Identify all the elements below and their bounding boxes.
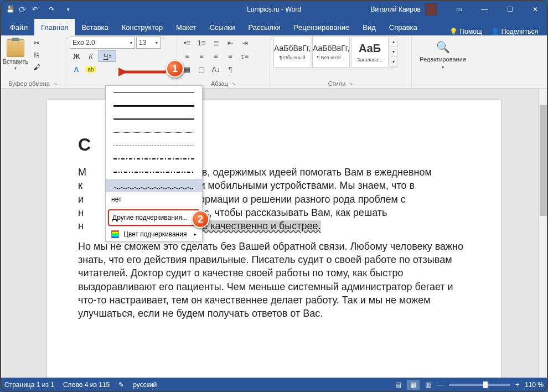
tab-references[interactable]: Ссылки (203, 19, 242, 35)
highlight-button[interactable]: ab (84, 63, 97, 75)
view-web-icon[interactable]: ▥ (425, 381, 431, 389)
justify-button[interactable]: ≡ (224, 50, 237, 62)
title-bar: 💾 ⟳ ↶ ↷ ▾ Lumpics.ru - Word Виталий Каир… (0, 0, 548, 19)
search-icon: 🔍 (436, 40, 450, 54)
style-normal[interactable]: АаБбВвГг,¶ Обычный (273, 37, 311, 68)
show-marks-button[interactable]: ¶ (224, 63, 237, 75)
multilevel-button[interactable]: ≣ (209, 37, 223, 49)
tab-review[interactable]: Рецензирование (287, 19, 356, 35)
qat-customize-icon[interactable]: ▾ (60, 2, 76, 17)
font-size-combo[interactable]: 13▾ (136, 37, 161, 49)
view-read-icon[interactable]: ▤ (395, 381, 401, 389)
styles-down-icon[interactable]: ▾ (390, 47, 397, 57)
underline-dash-dot[interactable] (106, 152, 202, 166)
underline-dropdown: нет Другие подчеркивания... Цвет подчерк… (105, 85, 203, 242)
window-title: Lumpics.ru - Word (247, 6, 301, 13)
underline-button[interactable]: Ч▾ (99, 50, 116, 62)
underline-single[interactable] (106, 86, 202, 99)
user-name: Виталий Каиров (370, 6, 421, 13)
status-bar: Страница 1 из 1 Слово 4 из 115 ✎ русский… (0, 378, 548, 392)
vertical-scrollbar[interactable] (538, 89, 548, 378)
menu-separator (106, 208, 202, 208)
lightbulb-icon: 💡 (449, 28, 458, 35)
close-button[interactable]: ✕ (523, 0, 548, 19)
tell-me-button[interactable]: 💡Помощ (449, 28, 482, 35)
tab-design[interactable]: Конструктор (115, 19, 169, 35)
bold-button[interactable]: Ж (70, 50, 83, 62)
underline-dotted[interactable] (106, 126, 202, 139)
underline-more[interactable]: Другие подчеркивания... (108, 209, 200, 226)
tab-help[interactable]: Справка (382, 19, 424, 35)
quick-access-toolbar: 💾 ⟳ ↶ ↷ ▾ (0, 2, 76, 17)
underline-dashed[interactable] (106, 139, 202, 152)
font-name-combo[interactable]: Exo 2.0▾ (70, 37, 135, 49)
share-button[interactable]: 👤Поделиться (491, 28, 538, 35)
underline-none[interactable]: нет (106, 192, 202, 207)
underline-color[interactable]: Цвет подчеркивания▸ (106, 227, 202, 241)
tab-file[interactable]: Файл (3, 19, 34, 35)
styles-up-icon[interactable]: ▴ (390, 37, 397, 47)
status-proofing-icon[interactable]: ✎ (118, 381, 124, 389)
style-heading1[interactable]: АаБЗаголово... (351, 37, 389, 68)
zoom-level[interactable]: 110 % (525, 381, 544, 389)
zoom-in-button[interactable]: + (515, 381, 519, 389)
underline-double[interactable] (106, 99, 202, 112)
editing-button[interactable]: 🔍 Редактирование ▾ (415, 37, 471, 73)
underline-wavy[interactable] (106, 179, 202, 192)
group-clipboard: Вставить ▾ ✂ ⎘ 🖌 Буфер обмена↘ (0, 35, 66, 88)
line-spacing-button[interactable]: ↕≡ (238, 50, 251, 62)
styles-more-icon[interactable]: ▾ (390, 57, 397, 67)
style-nospacing[interactable]: АаБбВвГг,¶ Без инте... (312, 37, 350, 68)
avatar (425, 3, 437, 16)
scrollbar-thumb[interactable] (540, 105, 547, 216)
italic-button[interactable]: К (84, 50, 97, 62)
underline-dash-dot-dot[interactable] (106, 166, 202, 179)
bullets-button[interactable]: •≡ (180, 37, 194, 49)
tab-insert[interactable]: Вставка (75, 19, 115, 35)
numbering-button[interactable]: 1≡ (195, 37, 208, 49)
status-page[interactable]: Страница 1 из 1 (4, 381, 54, 389)
document-area[interactable]: С Мы — команда энтузиастов, одержимых ид… (0, 89, 548, 378)
autosave-icon[interactable]: 💾 (2, 2, 18, 17)
format-painter-button[interactable]: 🖌 (30, 61, 43, 73)
redo-button[interactable]: ↷ (44, 2, 59, 17)
align-left-button[interactable]: ≡ (180, 50, 194, 62)
share-icon: 👤 (491, 28, 499, 35)
paragraph-group-label: Абзац (211, 80, 228, 87)
tab-home[interactable]: Главная (34, 19, 75, 35)
view-print-icon[interactable]: ▦ (407, 380, 420, 390)
window-controls: ▭ — ☐ ✕ (446, 0, 548, 19)
undo-button[interactable]: ↶ (27, 2, 43, 17)
status-words[interactable]: Слово 4 из 115 (63, 381, 110, 389)
borders-button[interactable]: ▢ (195, 63, 208, 75)
tab-view[interactable]: Вид (356, 19, 382, 35)
paste-button[interactable]: Вставить ▾ (3, 37, 28, 73)
zoom-thumb[interactable] (483, 381, 488, 388)
group-editing: 🔍 Редактирование ▾ (412, 35, 478, 88)
annotation-arrow (118, 65, 168, 79)
tab-layout[interactable]: Макет (169, 19, 203, 35)
align-center-button[interactable]: ≡ (195, 50, 208, 62)
maximize-button[interactable]: ☐ (497, 0, 523, 19)
cut-button[interactable]: ✂ (30, 37, 43, 49)
increase-indent-button[interactable]: ⇥ (238, 37, 251, 49)
zoom-out-button[interactable]: — (437, 381, 443, 389)
copy-button[interactable]: ⎘ (30, 49, 43, 61)
ribbon: Вставить ▾ ✂ ⎘ 🖌 Буфер обмена↘ Exo 2.0▾ … (0, 35, 548, 89)
underline-thick[interactable] (106, 112, 202, 126)
clipboard-launcher-icon[interactable]: ↘ (53, 81, 58, 86)
user-account[interactable]: Виталий Каиров (370, 3, 437, 16)
minimize-button[interactable]: — (472, 0, 497, 19)
decrease-indent-button[interactable]: ⇤ (224, 37, 237, 49)
ribbon-display-options-button[interactable]: ▭ (446, 0, 472, 19)
align-right-button[interactable]: ≡ (209, 50, 223, 62)
paragraph-2: Но мы не сможем это сделать без Вашей об… (78, 240, 470, 321)
zoom-slider[interactable] (449, 384, 510, 386)
text-effects-button[interactable]: A (70, 63, 83, 75)
status-language[interactable]: русский (133, 381, 157, 389)
tab-mailings[interactable]: Рассылки (241, 19, 287, 35)
color-picker-icon (111, 230, 119, 238)
sort-button[interactable]: A↓ (209, 63, 223, 75)
paragraph-launcher-icon[interactable]: ↘ (231, 81, 236, 86)
styles-launcher-icon[interactable]: ↘ (349, 81, 353, 86)
